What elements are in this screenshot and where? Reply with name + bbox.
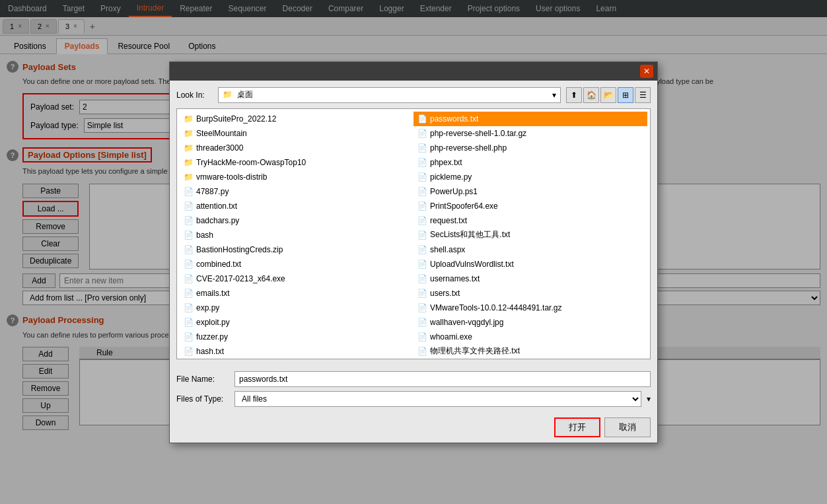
document-icon: 📄 (417, 187, 427, 196)
file-list-item[interactable]: 📄PowerUp.ps1 (413, 184, 647, 199)
file-list-item[interactable]: 📄exploit.py (180, 315, 413, 330)
document-icon: 📄 (184, 303, 194, 312)
file-list-item[interactable]: 📄PrintSpoofer64.exe (413, 199, 647, 213)
look-in-combo[interactable]: 📁 桌面 ▾ (218, 87, 561, 103)
file-list-item[interactable]: 📄BastionHostingCreds.zip (180, 242, 413, 257)
file-list-item[interactable]: 📄hash.txt (180, 344, 413, 359)
file-list-item[interactable]: 📄fuzzer.py (180, 330, 413, 344)
file-name-text: attention.txt (196, 201, 237, 211)
file-list-item[interactable]: 📄php-reverse-shell-1.0.tar.gz (413, 126, 647, 141)
document-icon: 📄 (184, 318, 194, 327)
dialog-cancel-button[interactable]: 取消 (604, 417, 651, 437)
dialog-body: Look In: 📁 桌面 ▾ ⬆ 🏠 📂 ⊞ ☰ (170, 81, 657, 366)
file-list-item[interactable]: 📄SecLists和其他工具.txt (413, 228, 647, 242)
files-of-type-chevron: ▾ (647, 394, 651, 404)
dialog-titlebar: ✕ (170, 62, 657, 81)
file-list-item[interactable]: 📄CVE-2017-0213_x64.exe (180, 271, 413, 286)
file-list-item[interactable]: 📄物理机共享文件夹路径.txt (413, 344, 647, 359)
document-icon: 📄 (417, 303, 427, 312)
dialog-close-button[interactable]: ✕ (640, 65, 653, 78)
file-list-item[interactable]: 📁vmware-tools-distrib (180, 170, 413, 184)
folder-icon: 📁 (184, 158, 194, 167)
file-list-item[interactable]: 📄wallhaven-vqgdyl.jpg (413, 315, 647, 330)
file-list-item[interactable]: 📄combined.txt (180, 257, 413, 271)
file-name-text: SecLists和其他工具.txt (430, 229, 510, 240)
file-list-item[interactable]: 📄pickleme.py (413, 170, 647, 184)
file-name-text: bash (196, 231, 213, 240)
dialog-footer: File Name: Files of Type: All files ▾ (170, 366, 657, 412)
file-name-text: request.txt (430, 216, 467, 225)
file-name-text: PrintSpoofer64.exe (430, 201, 498, 211)
document-icon: 📄 (184, 187, 194, 196)
file-list-item[interactable]: 📄whoami.exe (413, 330, 647, 344)
toolbar-list-view-button[interactable]: ☰ (635, 87, 651, 103)
document-icon: 📄 (184, 289, 194, 298)
file-list-item[interactable]: 📁SteelMountain (180, 126, 413, 141)
file-name-text: VMwareTools-10.0.12-4448491.tar.gz (430, 303, 561, 312)
file-list-right: 📄passwords.txt📄php-reverse-shell-1.0.tar… (413, 112, 647, 359)
file-name-input[interactable] (234, 371, 651, 387)
file-name-text: php-reverse-shell-1.0.tar.gz (430, 129, 526, 138)
file-list-item[interactable]: 📄bash (180, 228, 413, 242)
file-list-item[interactable]: 📄passwords.txt (413, 112, 647, 126)
dialog-open-button[interactable]: 打开 (554, 417, 600, 437)
file-list-item[interactable]: 📄exp.py (180, 301, 413, 315)
document-icon: 📄 (417, 114, 427, 124)
toolbar-new-folder-button[interactable]: 📂 (600, 87, 616, 103)
document-icon: 📄 (184, 245, 194, 254)
file-list-item[interactable]: 📄attention.txt (180, 199, 413, 213)
toolbar-home-button[interactable]: 🏠 (583, 87, 599, 103)
file-list-item[interactable]: 📄request.txt (413, 213, 647, 228)
document-icon: 📄 (417, 260, 427, 269)
file-name-text: pickleme.py (430, 172, 472, 182)
file-list-item[interactable]: 📄usernames.txt (413, 271, 647, 286)
folder-icon: 📁 (184, 129, 194, 138)
file-list-item[interactable]: 📄Hekeatsl.ovpn (180, 359, 413, 359)
file-list-item[interactable]: 📄shell.aspx (413, 242, 647, 257)
folder-icon: 📁 (184, 172, 194, 182)
file-name-text: TryHackMe-room-OwaspTop10 (196, 158, 306, 167)
file-list-item[interactable]: 📄badchars.py (180, 213, 413, 228)
folder-icon-inline: 📁 (223, 90, 233, 99)
file-list-item[interactable]: 📄UploadVulnsWordlist.txt (413, 257, 647, 271)
file-name-text: 47887.py (196, 187, 229, 196)
file-name-text: shell.aspx (430, 245, 465, 254)
file-name-text: usernames.txt (430, 274, 480, 283)
toolbar-grid-view-button[interactable]: ⊞ (618, 87, 633, 103)
document-icon: 📄 (417, 143, 427, 153)
document-icon: 📄 (184, 347, 194, 356)
document-icon: 📄 (184, 216, 194, 225)
document-icon: 📄 (417, 201, 427, 211)
document-icon: 📄 (417, 347, 427, 356)
file-list-item[interactable]: 📄users.txt (413, 286, 647, 301)
file-list-container[interactable]: 📁BurpSuitePro_2022.12📁SteelMountain📁thre… (176, 108, 651, 359)
look-in-label: Look In: (176, 90, 213, 100)
file-list-item[interactable]: 📄47887.py (180, 184, 413, 199)
document-icon: 📄 (417, 274, 427, 283)
document-icon: 📄 (417, 245, 427, 254)
file-list-item[interactable]: 📄php-reverse-shell.php (413, 141, 647, 155)
file-name-text: combined.txt (196, 260, 241, 269)
file-name-label: File Name: (176, 375, 229, 384)
file-dialog-overlay: ✕ Look In: 📁 桌面 ▾ ⬆ 🏠 📂 ⊞ (0, 0, 827, 504)
file-name-text: users.txt (430, 289, 460, 298)
files-of-type-select[interactable]: All files (234, 391, 641, 407)
files-of-type-label: Files of Type: (176, 394, 229, 404)
file-list-item[interactable]: 📄phpex.txt (413, 155, 647, 170)
file-list-item[interactable]: 📁TryHackMe-room-OwaspTop10 (180, 155, 413, 170)
file-list-item[interactable]: 📄VMwareTools-10.0.12-4448491.tar.gz (413, 301, 647, 315)
toolbar-up-dir-button[interactable]: ⬆ (566, 87, 582, 103)
file-name-text: passwords.txt (430, 114, 478, 124)
file-name-text: PowerUp.ps1 (430, 187, 478, 196)
file-list-item[interactable]: 📁threader3000 (180, 141, 413, 155)
file-name-text: fuzzer.py (196, 332, 228, 342)
document-icon: 📄 (417, 318, 427, 327)
file-list-item[interactable]: 📁BurpSuitePro_2022.12 (180, 112, 413, 126)
dialog-toolbar-icons: ⬆ 🏠 📂 ⊞ ☰ (566, 87, 651, 103)
file-name-text: wallhaven-vqgdyl.jpg (430, 318, 503, 327)
file-name-text: BastionHostingCreds.zip (196, 245, 283, 254)
file-name-text: emails.txt (196, 289, 230, 298)
dialog-actions: 打开 取消 (170, 412, 657, 443)
document-icon: 📄 (417, 332, 427, 342)
file-list-item[interactable]: 📄emails.txt (180, 286, 413, 301)
